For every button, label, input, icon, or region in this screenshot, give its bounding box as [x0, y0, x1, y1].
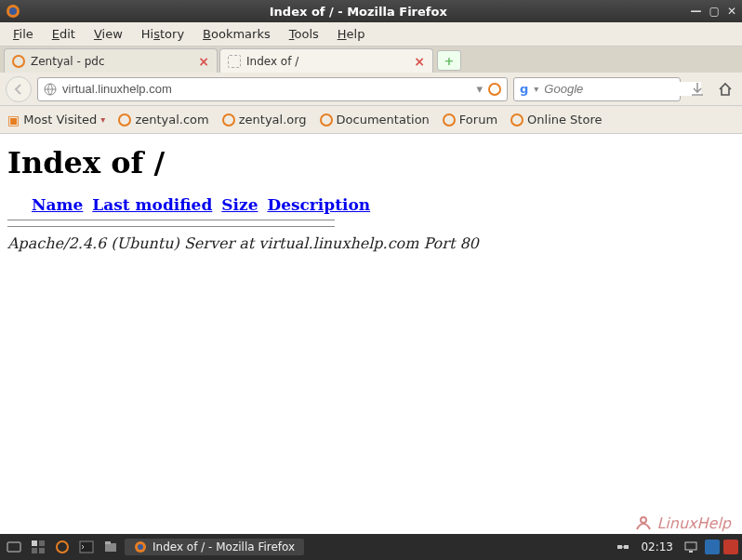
menu-tools[interactable]: Tools	[282, 24, 326, 44]
search-dropdown-icon[interactable]: ▾	[534, 84, 538, 94]
menu-edit[interactable]: Edit	[45, 24, 83, 44]
menu-history[interactable]: History	[134, 24, 192, 44]
tab-zentyal-pdc[interactable]: Zentyal - pdc ×	[4, 48, 218, 73]
svg-rect-14	[617, 545, 622, 549]
svg-rect-16	[685, 542, 696, 550]
zentyal-icon	[320, 113, 333, 127]
url-input[interactable]	[62, 82, 470, 96]
bookmark-most-visited[interactable]: ▣ Most Visited ▾	[7, 113, 105, 127]
column-last-modified[interactable]: Last modified	[92, 195, 212, 214]
downloads-button[interactable]	[686, 78, 709, 100]
search-input[interactable]	[544, 82, 701, 96]
bookmark-label: Forum	[459, 113, 497, 127]
column-name[interactable]: Name	[32, 195, 83, 214]
svg-rect-11	[105, 541, 111, 544]
window-minimize-button[interactable]: —	[691, 5, 702, 18]
bookmark-zentyal-com[interactable]: zentyal.com	[118, 113, 208, 127]
zentyal-icon	[510, 113, 523, 127]
svg-rect-4	[7, 542, 20, 552]
window-title: Index of / - Mozilla Firefox	[26, 5, 691, 19]
bookmark-label: Most Visited	[23, 113, 97, 127]
divider	[7, 220, 335, 220]
folder-icon: ▣	[7, 113, 20, 127]
shutdown-button[interactable]	[723, 540, 738, 554]
display-tray-icon[interactable]	[681, 537, 701, 557]
bookmarks-toolbar: ▣ Most Visited ▾ zentyal.com zentyal.org…	[0, 106, 742, 134]
terminal-launcher[interactable]	[76, 537, 97, 557]
bookmark-forum[interactable]: Forum	[443, 113, 497, 127]
taskbar-firefox[interactable]: Index of / - Mozilla Firefox	[125, 539, 304, 555]
window-titlebar: Index of / - Mozilla Firefox — ▢ ✕	[0, 0, 742, 22]
zentyal-launcher[interactable]	[52, 537, 73, 557]
zentyal-icon	[12, 55, 25, 68]
divider	[7, 226, 335, 227]
menu-help[interactable]: Help	[330, 24, 373, 44]
navbar: ▾ g ▾	[0, 73, 742, 106]
task-label: Index of / - Mozilla Firefox	[152, 540, 295, 553]
page-heading: Index of /	[7, 145, 735, 180]
network-tray-icon[interactable]	[613, 537, 633, 557]
firefox-icon	[6, 4, 20, 19]
tab-title: Index of /	[246, 55, 408, 68]
tabbar: Zentyal - pdc × Index of / × +	[0, 47, 742, 73]
zentyal-icon	[443, 113, 456, 127]
bookmark-zentyal-org[interactable]: zentyal.org	[222, 113, 307, 127]
tab-close-button[interactable]: ×	[198, 54, 209, 69]
taskbar: Index of / - Mozilla Firefox 02:13	[0, 534, 742, 560]
new-tab-button[interactable]: +	[437, 50, 461, 71]
bookmark-documentation[interactable]: Documentation	[320, 113, 430, 127]
watermark: LinuxHelp	[634, 513, 731, 532]
search-bar[interactable]: g ▾	[513, 77, 681, 101]
bookmark-label: Documentation	[337, 113, 430, 127]
svg-rect-10	[105, 543, 116, 552]
tab-index-of[interactable]: Index of / ×	[219, 48, 433, 73]
watermark-text: LinuxHelp	[656, 514, 731, 532]
google-icon: g	[520, 82, 528, 96]
svg-point-3	[641, 517, 646, 523]
column-size[interactable]: Size	[221, 195, 258, 214]
server-signature: Apache/2.4.6 (Ubuntu) Server at virtual.…	[7, 234, 735, 252]
tray-indicator-blue[interactable]	[705, 540, 720, 554]
bookmark-online-store[interactable]: Online Store	[510, 113, 602, 127]
bookmark-label: Online Store	[527, 113, 602, 127]
svg-point-1	[9, 7, 17, 15]
bookmark-label: zentyal.org	[239, 113, 307, 127]
svg-rect-15	[624, 545, 629, 549]
reload-icon[interactable]	[488, 83, 501, 96]
tab-close-button[interactable]: ×	[414, 54, 425, 69]
url-dropdown-icon[interactable]: ▾	[476, 82, 483, 96]
zentyal-icon	[222, 113, 235, 127]
page-content: Index of / Name Last modified Size Descr…	[0, 134, 742, 534]
window-close-button[interactable]: ✕	[727, 5, 736, 18]
workspaces-button[interactable]	[28, 537, 48, 557]
home-button[interactable]	[714, 78, 736, 100]
bookmark-label: zentyal.com	[135, 113, 208, 127]
svg-rect-5	[32, 540, 37, 546]
menu-bookmarks[interactable]: Bookmarks	[195, 24, 278, 44]
svg-rect-9	[80, 541, 93, 553]
window-maximize-button[interactable]: ▢	[709, 5, 720, 18]
svg-rect-6	[39, 540, 45, 546]
svg-point-13	[138, 544, 143, 550]
chevron-down-icon: ▾	[100, 114, 105, 125]
globe-icon	[44, 83, 57, 96]
show-desktop-button[interactable]	[4, 537, 24, 557]
back-button[interactable]	[6, 76, 32, 102]
column-description[interactable]: Description	[267, 195, 370, 214]
directory-listing-headers: Name Last modified Size Description	[32, 195, 735, 214]
files-launcher[interactable]	[100, 537, 121, 557]
taskbar-clock[interactable]: 02:13	[637, 540, 677, 553]
url-bar[interactable]: ▾	[37, 77, 508, 101]
zentyal-icon	[118, 113, 131, 127]
page-icon	[228, 55, 241, 68]
svg-rect-7	[32, 548, 37, 553]
svg-rect-17	[689, 551, 693, 553]
menubar: File Edit View History Bookmarks Tools H…	[0, 22, 742, 47]
svg-rect-8	[39, 548, 45, 553]
menu-file[interactable]: File	[6, 24, 41, 44]
menu-view[interactable]: View	[86, 24, 130, 44]
tab-title: Zentyal - pdc	[31, 55, 192, 68]
